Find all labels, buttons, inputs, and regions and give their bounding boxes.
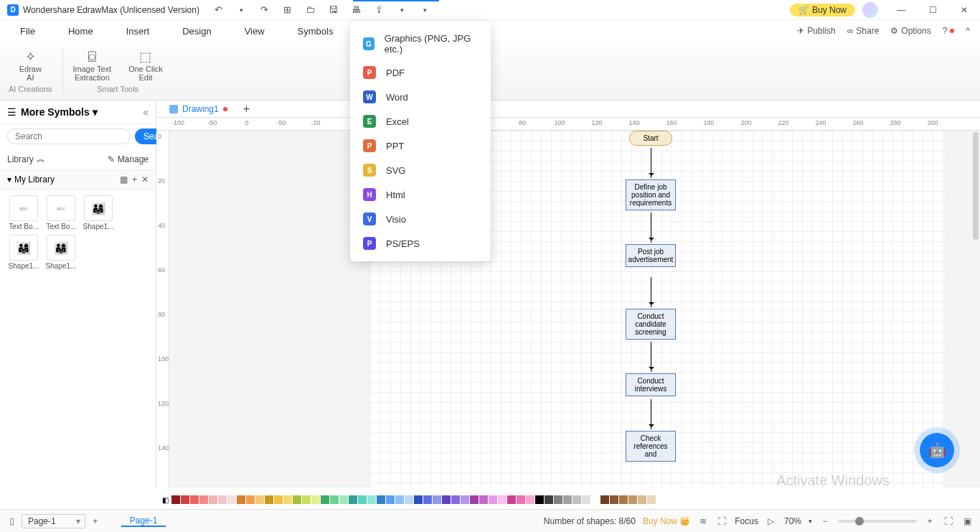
color-swatch[interactable]	[321, 495, 329, 504]
color-swatch[interactable]	[349, 495, 357, 504]
options-button[interactable]: ⚙Options	[890, 26, 930, 36]
open-icon[interactable]: 🗀	[304, 4, 317, 17]
collapse-ribbon-button[interactable]: ^	[966, 26, 970, 36]
close-button[interactable]: ✕	[948, 0, 980, 20]
library-up-icon[interactable]: ︽	[37, 153, 45, 165]
flow-node-1[interactable]: Define job position and requirements	[626, 179, 676, 210]
menu-design[interactable]: Design	[182, 26, 211, 37]
chat-fab[interactable]: 🤖	[920, 433, 954, 467]
export-menu-item[interactable]: VVisio	[350, 207, 491, 231]
minimize-button[interactable]: —	[885, 0, 917, 20]
sidebar-title[interactable]: More Symbols ▾	[21, 106, 143, 118]
export-menu-item[interactable]: PPPT	[350, 134, 491, 158]
color-swatch[interactable]	[265, 495, 273, 504]
export-dropdown-icon[interactable]: ▾	[396, 4, 409, 17]
color-swatch[interactable]	[339, 495, 348, 504]
export-menu-item[interactable]: GGraphics (PNG, JPG etc.)	[350, 27, 491, 60]
color-swatch[interactable]	[470, 495, 479, 504]
vertical-scrollbar[interactable]	[973, 132, 979, 240]
shape-thumbnail[interactable]: abcText Bo...	[44, 195, 77, 230]
color-swatch[interactable]	[237, 495, 245, 504]
color-swatch[interactable]	[209, 495, 217, 504]
shape-thumbnail[interactable]: abcText Bo...	[7, 195, 40, 230]
export-menu-item[interactable]: SSVG	[350, 158, 491, 182]
user-avatar[interactable]	[862, 2, 878, 18]
flow-node-4[interactable]: Conduct interviews	[626, 373, 676, 396]
my-library-label[interactable]: My Library	[14, 174, 55, 185]
sidebar-collapse-icon[interactable]: «	[143, 106, 149, 118]
zoom-level[interactable]: 70%	[784, 516, 801, 526]
menu-symbols[interactable]: Symbols	[298, 26, 334, 37]
color-swatch[interactable]	[293, 495, 301, 504]
new-icon[interactable]: ⊞	[281, 4, 294, 17]
color-swatch[interactable]	[507, 495, 516, 504]
library-grid-icon[interactable]: ▦	[120, 174, 128, 185]
canvas-body[interactable]: 020406080100120140 Start Define job posi…	[156, 131, 980, 487]
export-icon[interactable]: ⇪	[373, 4, 386, 17]
color-swatch[interactable]	[526, 495, 534, 504]
print-icon[interactable]: 🖶	[350, 4, 363, 17]
menu-home[interactable]: Home	[68, 26, 93, 37]
color-swatch[interactable]	[545, 495, 553, 504]
library-add-icon[interactable]: +	[132, 174, 137, 185]
color-swatch[interactable]	[423, 495, 432, 504]
save-icon[interactable]: 🖫	[327, 4, 340, 17]
export-menu-item[interactable]: EExcel	[350, 109, 491, 134]
color-swatch[interactable]	[181, 495, 189, 504]
color-swatch[interactable]	[330, 495, 339, 504]
color-swatch[interactable]	[647, 495, 656, 504]
flow-start[interactable]: Start	[629, 131, 672, 146]
color-swatch[interactable]	[246, 495, 255, 504]
undo-dropdown-icon[interactable]: ▾	[235, 4, 248, 17]
color-swatch[interactable]	[563, 495, 572, 504]
color-picker-icon[interactable]: ◧	[159, 495, 171, 505]
shape-thumbnail[interactable]: 👨‍👩‍👧Shape1...	[44, 235, 77, 270]
zoom-thumb[interactable]	[855, 517, 864, 526]
color-swatch[interactable]	[199, 495, 208, 504]
fullscreen-icon[interactable]: ▣	[961, 516, 973, 526]
zoom-slider[interactable]	[838, 520, 917, 523]
color-swatch[interactable]	[517, 495, 525, 504]
color-swatch[interactable]	[405, 495, 413, 504]
color-swatch[interactable]	[535, 495, 544, 504]
export-menu-item[interactable]: PPDF	[350, 60, 491, 85]
color-swatch[interactable]	[628, 495, 637, 504]
add-document-button[interactable]: +	[239, 103, 254, 116]
color-swatch[interactable]	[218, 495, 227, 504]
shape-thumbnail[interactable]: 👨‍👩‍👧Shape1...	[7, 235, 40, 270]
color-swatch[interactable]	[573, 495, 581, 504]
page-tab[interactable]: Page-1	[121, 515, 166, 527]
color-swatch[interactable]	[451, 495, 460, 504]
flow-node-5[interactable]: Check references and	[626, 431, 676, 462]
library-close-icon[interactable]: ✕	[141, 174, 149, 185]
color-swatch[interactable]	[619, 495, 628, 504]
color-swatch[interactable]	[582, 495, 590, 504]
color-swatch[interactable]	[358, 495, 367, 504]
color-swatch[interactable]	[442, 495, 451, 504]
undo-icon[interactable]: ↶	[212, 4, 225, 17]
document-tab[interactable]: Drawing1	[164, 103, 233, 116]
color-swatch[interactable]	[414, 495, 423, 504]
color-swatch[interactable]	[274, 495, 283, 504]
color-swatch[interactable]	[283, 495, 292, 504]
color-swatch[interactable]	[311, 495, 320, 504]
buy-now-link[interactable]: Buy Now 👑	[643, 516, 690, 526]
color-swatch[interactable]	[395, 495, 404, 504]
export-menu-item[interactable]: HHtml	[350, 182, 491, 207]
color-swatch[interactable]	[461, 495, 469, 504]
chevron-down-icon[interactable]: ▾	[7, 174, 11, 185]
symbols-menu-icon[interactable]: ☰	[7, 106, 17, 118]
color-swatch[interactable]	[386, 495, 395, 504]
color-swatch[interactable]	[591, 495, 600, 504]
color-swatch[interactable]	[554, 495, 562, 504]
page-selector[interactable]: Page-1	[22, 514, 85, 528]
manage-button[interactable]: ✎ Manage	[108, 154, 149, 164]
color-swatch[interactable]	[367, 495, 376, 504]
library-label[interactable]: Library	[7, 154, 34, 164]
color-swatch[interactable]	[377, 495, 385, 504]
layers-icon[interactable]: ≋	[697, 516, 709, 526]
shape-thumbnail[interactable]: 👨‍👩‍👧Shape1...	[82, 195, 115, 230]
image-text-extraction-button[interactable]: ⌼ Image Text Extraction	[73, 49, 112, 82]
export-menu-item[interactable]: PPS/EPS	[350, 231, 491, 256]
focus-icon[interactable]: ⛶	[716, 516, 727, 526]
